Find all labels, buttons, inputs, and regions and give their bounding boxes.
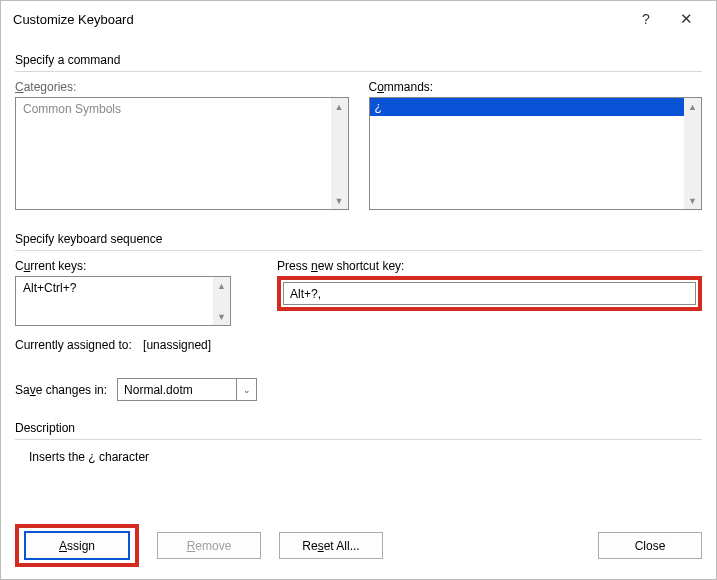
- scrollbar[interactable]: ▲ ▼: [213, 277, 230, 325]
- close-button[interactable]: Close: [598, 532, 702, 559]
- save-in-label: Save changes in:: [15, 383, 107, 397]
- commands-listbox[interactable]: ¿ ▲ ▼: [369, 97, 703, 210]
- categories-label: Categories:: [15, 80, 349, 94]
- scroll-down-icon[interactable]: ▼: [684, 192, 701, 209]
- current-keys-listbox[interactable]: Alt+Ctrl+? ▲ ▼: [15, 276, 231, 326]
- scroll-down-icon[interactable]: ▼: [331, 192, 348, 209]
- customize-keyboard-dialog: Customize Keyboard ? ✕ Specify a command…: [0, 0, 717, 580]
- assign-button[interactable]: Assign: [25, 532, 129, 559]
- scrollbar[interactable]: ▲ ▼: [684, 98, 701, 209]
- list-item[interactable]: Common Symbols: [18, 100, 329, 118]
- list-item[interactable]: ¿: [370, 98, 685, 116]
- shortcut-input[interactable]: [283, 282, 696, 305]
- scroll-down-icon[interactable]: ▼: [213, 308, 230, 325]
- assigned-value: [unassigned]: [143, 338, 211, 352]
- section-specify-command: Specify a command: [15, 53, 702, 67]
- button-row: Assign Remove Reset All... Close: [1, 524, 716, 567]
- remove-button[interactable]: Remove: [157, 532, 261, 559]
- scroll-up-icon[interactable]: ▲: [684, 98, 701, 115]
- title-bar: Customize Keyboard ? ✕: [1, 1, 716, 37]
- save-in-dropdown[interactable]: Normal.dotm ⌄: [117, 378, 257, 401]
- reset-all-button[interactable]: Reset All...: [279, 532, 383, 559]
- shortcut-highlight: [277, 276, 702, 311]
- scroll-up-icon[interactable]: ▲: [331, 98, 348, 115]
- description-label: Description: [15, 421, 702, 435]
- save-in-value: Normal.dotm: [118, 383, 236, 397]
- list-item[interactable]: Alt+Ctrl+?: [18, 279, 211, 297]
- press-new-label: Press new shortcut key:: [277, 259, 702, 273]
- section-specify-sequence: Specify keyboard sequence: [15, 232, 702, 246]
- categories-listbox[interactable]: Common Symbols ▲ ▼: [15, 97, 349, 210]
- assigned-row: Currently assigned to: [unassigned]: [15, 338, 702, 352]
- description-text: Inserts the ¿ character: [29, 450, 702, 464]
- scroll-up-icon[interactable]: ▲: [213, 277, 230, 294]
- close-icon[interactable]: ✕: [666, 3, 706, 35]
- assign-highlight: Assign: [15, 524, 139, 567]
- current-keys-label: Current keys:: [15, 259, 247, 273]
- commands-label: Commands:: [369, 80, 703, 94]
- assigned-label: Currently assigned to:: [15, 338, 132, 352]
- chevron-down-icon[interactable]: ⌄: [236, 379, 256, 400]
- scrollbar[interactable]: ▲ ▼: [331, 98, 348, 209]
- help-button[interactable]: ?: [626, 3, 666, 35]
- dialog-title: Customize Keyboard: [13, 12, 626, 27]
